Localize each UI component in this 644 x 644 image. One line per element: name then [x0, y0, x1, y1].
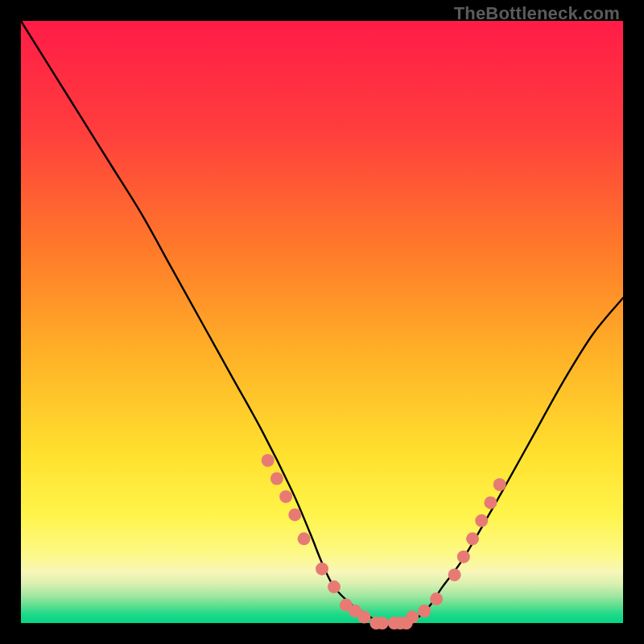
highlight-dot [406, 611, 419, 624]
bottleneck-curve [21, 21, 623, 624]
highlight-dot [430, 592, 443, 605]
chart-svg [21, 21, 623, 623]
highlight-dot [493, 478, 506, 491]
highlight-dot [316, 563, 328, 576]
highlight-dot [475, 514, 488, 527]
highlight-dot [328, 580, 341, 593]
highlight-dot [484, 496, 497, 509]
chart-frame [21, 21, 623, 623]
highlight-dot [270, 473, 283, 485]
highlight-dot [357, 611, 370, 624]
watermark-text: TheBottleneck.com [454, 3, 620, 24]
highlight-dot [262, 454, 275, 467]
highlight-dot [418, 605, 431, 617]
highlight-dot [288, 508, 301, 521]
highlight-dot [448, 568, 461, 581]
highlight-dot [466, 532, 479, 545]
highlight-dot [457, 551, 470, 564]
highlight-dot [298, 532, 311, 545]
highlight-dot [279, 490, 292, 503]
highlight-dot [376, 617, 389, 630]
highlight-dots [262, 454, 506, 630]
